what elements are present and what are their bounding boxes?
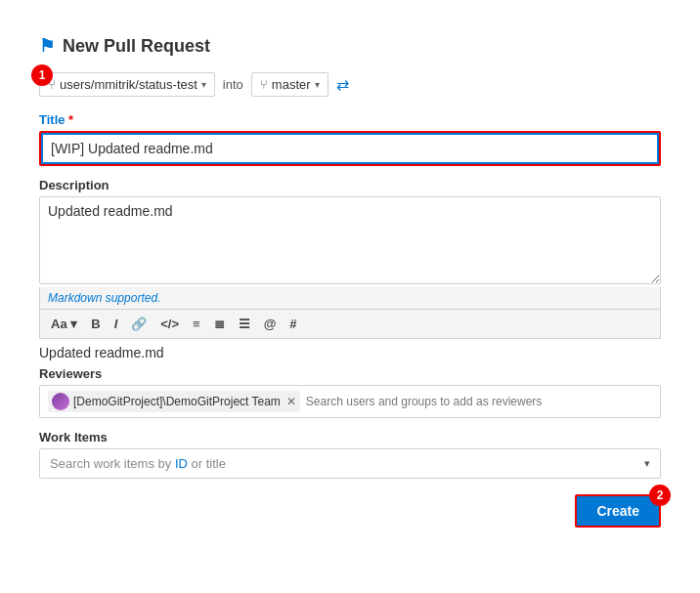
- work-items-label: Work Items: [39, 430, 661, 445]
- title-label: Title: [39, 112, 661, 127]
- page-title: ⚑ New Pull Request: [39, 35, 661, 57]
- preview-text: Updated readme.md: [39, 339, 661, 366]
- reviewer-tag: [DemoGitProject]\DemoGitProject Team ✕: [48, 391, 300, 412]
- target-branch-select[interactable]: ⑂ master ▾: [251, 72, 328, 97]
- markdown-note: Markdown supported.: [39, 287, 661, 310]
- toolbar-link[interactable]: 🔗: [128, 315, 150, 333]
- target-branch-icon: ⑂: [260, 77, 268, 92]
- description-label: Description: [39, 178, 661, 192]
- footer-row: 2 Create: [39, 494, 661, 528]
- swap-button[interactable]: ⇄: [336, 75, 349, 94]
- source-branch-label: users/mmitrik/status-test: [60, 77, 197, 92]
- source-branch-select[interactable]: ⑂ users/mmitrik/status-test ▾: [39, 72, 215, 97]
- toolbar-bold[interactable]: B: [88, 315, 103, 333]
- toolbar: Aa ▾ B I 🔗 </> ≡ ≣ ☰ @ #: [39, 310, 661, 339]
- badge1-wrapper: 1 ⑂ users/mmitrik/status-test ▾: [39, 72, 215, 97]
- title-input[interactable]: [41, 133, 659, 164]
- toolbar-unordered-list[interactable]: ≡: [190, 315, 203, 333]
- work-items-id-link: ID: [175, 456, 188, 471]
- pull-request-icon: ⚑: [39, 35, 55, 57]
- page-container: ⚑ New Pull Request 1 ⑂ users/mmitrik/sta…: [20, 20, 680, 543]
- create-button[interactable]: Create: [575, 494, 661, 528]
- title-box-outline: [39, 131, 661, 166]
- reviewer-search-input[interactable]: [306, 395, 652, 408]
- into-label: into: [223, 77, 243, 92]
- reviewers-label: Reviewers: [39, 366, 661, 381]
- toolbar-font[interactable]: Aa ▾: [48, 315, 80, 333]
- work-items-dropdown[interactable]: Search work items by ID or title ▾: [39, 448, 661, 479]
- toolbar-indent[interactable]: ☰: [236, 315, 253, 333]
- reviewer-remove-button[interactable]: ✕: [286, 395, 296, 408]
- work-items-placeholder: Search work items by ID or title: [50, 456, 226, 471]
- reviewers-input-row[interactable]: [DemoGitProject]\DemoGitProject Team ✕: [39, 385, 661, 418]
- page-title-text: New Pull Request: [63, 36, 210, 57]
- toolbar-mention[interactable]: @: [261, 315, 280, 333]
- toolbar-hash[interactable]: #: [286, 315, 299, 333]
- toolbar-code[interactable]: </>: [157, 315, 182, 333]
- badge-1: 1: [31, 64, 53, 86]
- branch-row: 1 ⑂ users/mmitrik/status-test ▾ into ⑂ m…: [39, 72, 661, 97]
- badge-2: 2: [649, 485, 671, 506]
- reviewer-avatar: [52, 393, 69, 410]
- toolbar-ordered-list[interactable]: ≣: [211, 315, 228, 333]
- target-branch-label: master: [272, 77, 311, 92]
- description-textarea[interactable]: Updated readme.md: [39, 196, 661, 284]
- source-branch-chevron: ▾: [201, 79, 206, 90]
- target-branch-chevron: ▾: [315, 79, 320, 90]
- toolbar-italic[interactable]: I: [111, 315, 121, 333]
- create-btn-wrapper: 2 Create: [575, 494, 661, 528]
- reviewer-name: [DemoGitProject]\DemoGitProject Team: [73, 395, 281, 408]
- work-items-chevron-icon: ▾: [644, 457, 650, 470]
